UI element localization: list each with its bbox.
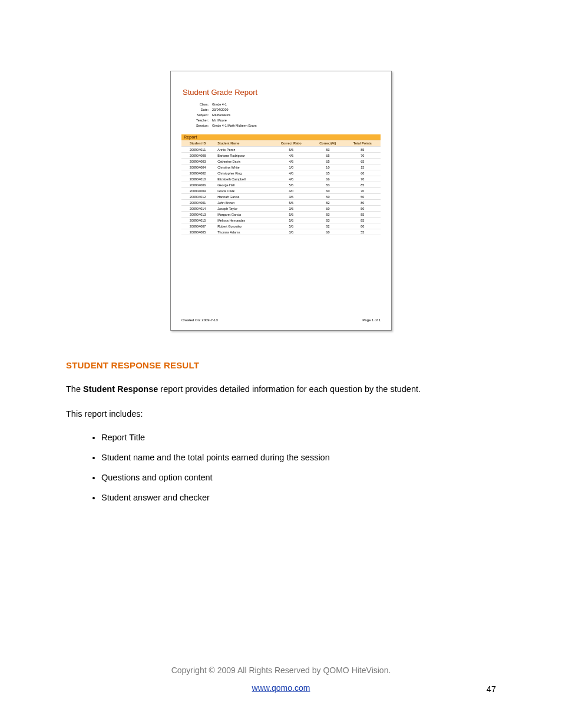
cell-pct: 50: [311, 194, 344, 200]
cell-ratio: 5/6: [271, 223, 311, 229]
cell-ratio: 3/6: [271, 229, 311, 235]
meta-date-value: 23/04/2009: [212, 108, 229, 111]
cell-pct: 82: [311, 200, 344, 206]
cell-id: 200904015: [181, 218, 214, 223]
cell-points: 65: [345, 159, 381, 164]
cell-pct: 65: [311, 159, 344, 164]
cell-pct: 83: [311, 147, 344, 153]
cell-name: George Hall: [214, 182, 271, 188]
cell-name: Elizabeth Campbell: [214, 176, 271, 182]
table-row: 200904008Barbara Rodriguez4/66570: [181, 153, 381, 159]
doc-section-title: STUDENT RESPONSE RESULT: [66, 360, 496, 370]
website-link[interactable]: www.qomo.com: [0, 683, 562, 693]
col-name: Student Name: [214, 140, 271, 147]
cell-id: 200904006: [181, 182, 214, 188]
cell-id: 200904013: [181, 212, 214, 218]
cell-points: 60: [345, 170, 381, 176]
cell-points: 15: [345, 164, 381, 170]
cell-name: Catherine Davis: [214, 159, 271, 164]
cell-ratio: 5/6: [271, 218, 311, 223]
embedded-report: Student Grade Report Class:Grade 4-1 Dat…: [170, 71, 392, 331]
cell-name: John Brown: [214, 200, 271, 206]
cell-id: 200904002: [181, 170, 214, 176]
cell-name: Joseph Taylor: [214, 206, 271, 212]
cell-ratio: 3/6: [271, 206, 311, 212]
report-table-wrap: Student ID Student Name Correct Ratio Co…: [181, 140, 381, 314]
cell-ratio: 4/0: [271, 188, 311, 194]
list-item: Questions and option content: [101, 473, 496, 482]
list-item: Student name and the total points earned…: [101, 453, 496, 462]
table-row: 200904003Catherine Davis4/66565: [181, 159, 381, 164]
cell-points: 85: [345, 212, 381, 218]
table-row: 200904009Gloria Clark4/06070: [181, 188, 381, 194]
cell-name: Annie Perez: [214, 147, 271, 153]
cell-id: 200904008: [181, 153, 214, 159]
doc-paragraph-1: The Student Response report provides det…: [66, 383, 496, 396]
cell-id: 200904005: [181, 229, 214, 235]
cell-points: 70: [345, 153, 381, 159]
cell-name: Melissa Hernandez: [214, 218, 271, 223]
created-on: Created On: 2009-7-13: [181, 318, 218, 322]
table-header-row: Student ID Student Name Correct Ratio Co…: [181, 140, 381, 147]
copyright-text: Copyright © 2009 All Rights Reserved by …: [171, 666, 391, 675]
cell-ratio: 4/6: [271, 153, 311, 159]
cell-name: Hannah Garcia: [214, 194, 271, 200]
table-row: 200904002Christopher King4/66560: [181, 170, 381, 176]
meta-class-label: Class:: [185, 103, 209, 106]
meta-teacher-label: Teacher:: [185, 118, 209, 122]
cell-ratio: 5/6: [271, 147, 311, 153]
cell-pct: 65: [311, 153, 344, 159]
col-pct: Correct(%): [311, 140, 344, 147]
cell-name: Robert Gonzalez: [214, 223, 271, 229]
cell-name: Christina White: [214, 164, 271, 170]
cell-points: 50: [345, 206, 381, 212]
cell-pct: 10: [311, 164, 344, 170]
cell-ratio: 5/6: [271, 182, 311, 188]
includes-list: Report TitleStudent name and the total p…: [66, 433, 496, 502]
table-row: 200904011Annie Perez5/68385: [181, 147, 381, 153]
table-row: 200904007Robert Gonzalez5/68280: [181, 223, 381, 229]
table-row: 200904013Margaret Garcia5/68385: [181, 212, 381, 218]
page-number: 47: [487, 684, 496, 694]
table-row: 200904006George Hall5/68385: [181, 182, 381, 188]
cell-pct: 83: [311, 218, 344, 223]
col-id: Student ID: [181, 140, 214, 147]
meta-subject-value: Mathematics: [212, 113, 230, 117]
cell-ratio: 5/6: [271, 200, 311, 206]
cell-id: 200904011: [181, 147, 214, 153]
cell-id: 200904001: [181, 200, 214, 206]
document-page: Student Grade Report Class:Grade 4-1 Dat…: [0, 0, 562, 728]
cell-points: 85: [345, 147, 381, 153]
cell-id: 200904012: [181, 194, 214, 200]
cell-points: 80: [345, 223, 381, 229]
cell-pct: 60: [311, 188, 344, 194]
table-row: 200904010Elizabeth Campbell4/66670: [181, 176, 381, 182]
meta-subject-label: Subject:: [185, 113, 209, 117]
cell-pct: 65: [311, 170, 344, 176]
cell-name: Margaret Garcia: [214, 212, 271, 218]
cell-ratio: 1/0: [271, 164, 311, 170]
cell-points: 80: [345, 200, 381, 206]
bold-student-response: Student Response: [83, 384, 158, 394]
page-footer: Copyright © 2009 All Rights Reserved by …: [0, 666, 562, 693]
grade-table: Student ID Student Name Correct Ratio Co…: [181, 140, 381, 235]
col-points: Total Points: [345, 140, 381, 147]
cell-id: 200904004: [181, 164, 214, 170]
table-row: 200904001John Brown5/68280: [181, 200, 381, 206]
table-row: 200904005Thomas Adams3/66055: [181, 229, 381, 235]
cell-points: 55: [345, 229, 381, 235]
cell-ratio: 4/6: [271, 170, 311, 176]
cell-ratio: 5/6: [271, 212, 311, 218]
cell-ratio: 4/6: [271, 176, 311, 182]
table-row: 200904004Christina White1/01015: [181, 164, 381, 170]
report-page-indicator: Page 1 of 1: [362, 318, 381, 322]
meta-session-value: Grade 4-1 Math Midterm Exam: [212, 124, 257, 127]
report-footer: Created On: 2009-7-13 Page 1 of 1: [181, 318, 381, 322]
cell-pct: 82: [311, 223, 344, 229]
cell-id: 200904009: [181, 188, 214, 194]
list-item: Student answer and checker: [101, 493, 496, 502]
cell-id: 200904003: [181, 159, 214, 164]
cell-points: 85: [345, 218, 381, 223]
col-ratio: Correct Ratio: [271, 140, 311, 147]
list-item: Report Title: [101, 433, 496, 442]
